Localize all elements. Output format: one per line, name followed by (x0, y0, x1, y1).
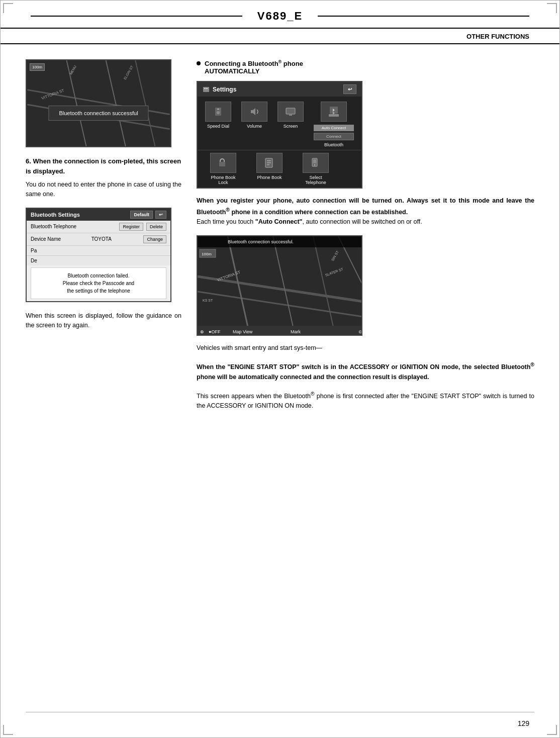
settings-icons-row: Speed Dial Volume (198, 97, 361, 150)
svg-rect-0 (27, 60, 169, 146)
svg-rect-11 (206, 88, 208, 89)
bt-change-btn[interactable]: Change (143, 235, 166, 243)
svg-rect-18 (329, 114, 339, 117)
phonebook-icon (263, 157, 275, 169)
svg-rect-42 (198, 326, 362, 336)
volume-label: Volume (247, 124, 262, 129)
settings-screen: Settings ↩ Speed Dial (197, 81, 362, 189)
page-number: 129 (518, 719, 529, 727)
bt-de-label: De (31, 258, 37, 263)
svg-rect-23 (267, 164, 269, 165)
settings-screen[interactable]: Screen (277, 102, 304, 147)
bt-device-value: TOYOTA (91, 236, 112, 242)
para-auto3-end: , auto connection will be switched on or… (303, 218, 422, 225)
settings-icon (203, 86, 210, 93)
corner-br (547, 725, 557, 735)
settings-speed-dial[interactable]: Speed Dial (205, 102, 231, 147)
para-engine-bold: When the "ENGINE START STOP" switch is i… (197, 363, 530, 371)
map-screen-right: VITTORIA ST KS ST SIN ST SLATER ST Bluet… (197, 235, 362, 336)
settings-title: Settings (213, 86, 236, 93)
bullet-section: Connecting a Bluetooth® phone AUTOMATICA… (197, 59, 534, 75)
footer-line (26, 712, 534, 712)
select-telephone-icon-box (303, 153, 329, 173)
header-rule-right (318, 16, 529, 17)
para-1-normal: You do not need to enter the phone in ca… (26, 180, 181, 200)
para-screen-main: This screen appears when the Bluetooth (197, 393, 311, 400)
settings-back-btn[interactable]: ↩ (343, 84, 356, 94)
para-engine-bold2: phone will be automatically connected an… (197, 374, 429, 381)
bt-pa-row: Pa (27, 246, 170, 256)
speed-dial-icon-box (205, 102, 231, 122)
para-screen: This screen appears when the Bluetooth® … (197, 390, 534, 411)
svg-text:⊖: ⊖ (358, 329, 362, 334)
svg-text:Map View: Map View (233, 329, 253, 334)
phonebook-icon-box (256, 153, 283, 173)
phonebook-lock-label: Phone BookLock (211, 175, 235, 185)
bt-error-box: Bluetooth connection failed. Please chec… (31, 267, 166, 299)
bluetooth-icon-box (321, 102, 347, 122)
bt-delete-btn[interactable]: Delete (146, 223, 166, 231)
screen-icon (285, 106, 297, 118)
header-title: V689_E (257, 10, 303, 23)
speed-dial-label: Speed Dial (207, 124, 229, 129)
page-header: V689_E (1, 1, 559, 29)
para-engine-sup: ® (530, 362, 534, 367)
bt-telephone-label: Bluetooth Telephone (31, 224, 76, 229)
phonebook-lock-icon (217, 157, 229, 169)
svg-rect-14 (217, 109, 219, 110)
content-area: VITTORIA ST ELGIN ST MENU 100m Bluetooth… (1, 44, 559, 429)
bluetooth-icon (328, 106, 340, 118)
settings-bluetooth[interactable]: Auto Connect Connect Bluetooth (314, 102, 354, 147)
svg-point-25 (314, 164, 316, 166)
svg-rect-10 (204, 88, 206, 89)
header-rule-left (31, 16, 242, 17)
bt-error-line3: the settings of the telephone (35, 287, 162, 295)
svg-text:KS ST: KS ST (203, 299, 213, 302)
bullet-suffix: phone (282, 60, 303, 67)
map-distance-badge: 100m (30, 63, 45, 71)
map-svg-right: VITTORIA ST KS ST SIN ST SLATER ST Bluet… (198, 236, 362, 336)
svg-rect-22 (267, 162, 271, 163)
para-1-bold: 6. When the connection is com-pleted, th… (26, 156, 181, 176)
bt-register-btn[interactable]: Register (119, 223, 143, 231)
svg-text:⊕: ⊕ (200, 329, 204, 334)
bt-error-line1: Bluetooth connection failed. (35, 272, 162, 280)
volume-icon-box (241, 102, 267, 122)
settings-volume[interactable]: Volume (241, 102, 267, 147)
bt-settings-mockup: Bluetooth Settings Default ↩ Bluetooth T… (26, 208, 171, 302)
right-column: Connecting a Bluetooth® phone AUTOMATICA… (197, 59, 534, 419)
screen-icon-box (277, 102, 304, 122)
settings-phonebook-lock[interactable]: Phone BookLock (210, 153, 236, 185)
svg-text:100m: 100m (202, 252, 212, 256)
page: V689_E OTHER FUNCTIONS VITTORIA ST ELGIN… (0, 0, 560, 738)
para-2-text: When this screen is displayed, follow th… (26, 311, 181, 331)
map-screen-1: VITTORIA ST ELGIN ST MENU 100m Bluetooth… (26, 59, 171, 147)
settings-screen-header: Settings ↩ (198, 82, 361, 97)
settings-phonebook[interactable]: Phone Book (256, 153, 283, 185)
svg-point-13 (217, 111, 220, 114)
para-1: 6. When the connection is com-pleted, th… (26, 156, 181, 200)
phonebook-label: Phone Book (257, 175, 282, 180)
bluetooth-success-bar: Bluetooth connection successful (48, 106, 148, 121)
bluetooth-connect-btns: Auto Connect Connect (314, 125, 354, 140)
para-auto3: Each time you touch "Auto Connect", auto… (197, 217, 534, 227)
svg-text:Mark: Mark (291, 329, 301, 334)
para-auto-text: When you register your phone, auto conne… (197, 196, 534, 217)
settings-icons-row2: Phone BookLock Phone Book (198, 150, 361, 188)
para-screen-sup: ® (311, 391, 315, 397)
bt-settings-header: Bluetooth Settings Default ↩ (27, 209, 170, 221)
para-vehicles-text: Vehicles with smart entry and start sys-… (197, 343, 534, 353)
section-label: OTHER FUNCTIONS (1, 29, 559, 44)
speed-dial-icon (212, 106, 224, 118)
settings-select-telephone[interactable]: SelectTelephone (303, 153, 329, 185)
svg-rect-21 (267, 160, 271, 161)
connect-btn[interactable]: Connect (314, 133, 354, 140)
auto-connect-btn[interactable]: Auto Connect (314, 125, 354, 131)
svg-text:Bluetooth connection successfu: Bluetooth connection successful. (228, 239, 294, 244)
para-auto: When you register your phone, auto conne… (197, 196, 534, 227)
bt-default-btn[interactable]: Default (130, 211, 153, 219)
bt-de-row: De (27, 256, 170, 265)
bt-device-row: Device Name TOYOTA Change (27, 233, 170, 246)
bt-back-btn[interactable]: ↩ (155, 211, 166, 219)
bullet-label: Connecting a Bluetooth (205, 60, 278, 67)
